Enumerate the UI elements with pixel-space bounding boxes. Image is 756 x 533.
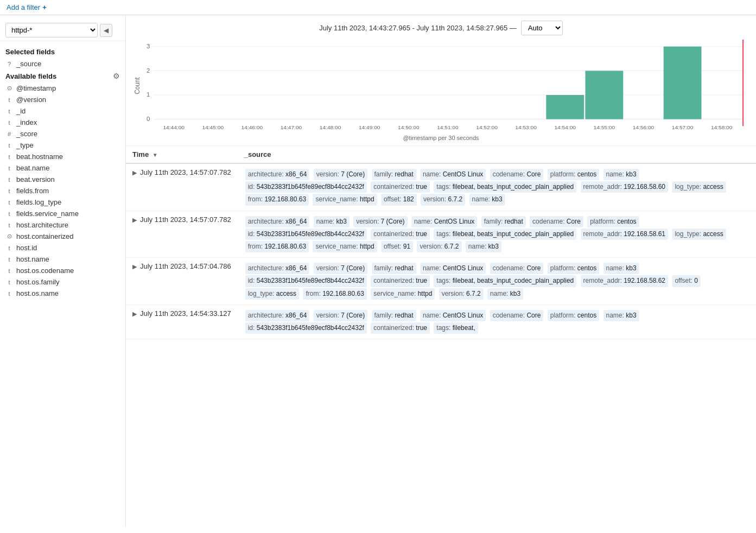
available-field-item[interactable]: tfields.service_name [0,208,125,219]
field-type-icon: ⊙ [5,233,13,240]
selected-fields-item[interactable]: ? _source [0,58,125,69]
add-filter-link[interactable]: Add a filter + [7,3,47,11]
field-name-label: fields.from [16,187,49,195]
field-name-label: beat.version [16,175,55,183]
field-name-label: @version [16,96,46,104]
field-tag: offset: 182 [381,194,417,205]
field-tag: codename: Core [490,169,544,180]
field-tag: tags: filebeat, [434,322,478,334]
available-field-item[interactable]: tfields.from [0,185,125,196]
field-tag: codename: Core [530,216,583,227]
results-tbody: ▶July 11th 2023, 14:57:07.782architectur… [126,163,756,339]
field-tag: name: kb3 [466,241,501,252]
field-name-label: _type [16,141,34,149]
svg-rect-10 [546,95,584,119]
available-field-item[interactable]: thost.os.name [0,288,125,299]
source-column-header: _source [238,146,756,163]
gear-icon[interactable]: ⚙ [113,72,120,80]
field-name-label: _id [16,107,26,115]
field-tag: containerized: true [371,229,430,240]
svg-text:14:53:00: 14:53:00 [515,124,537,130]
field-tag: platform: centos [587,216,639,227]
field-tag: version: 6.7.2 [417,241,461,252]
field-tag: architecture: x86_64 [245,310,310,321]
collapse-sidebar-button[interactable]: ◀ [100,24,112,37]
available-field-item[interactable]: tbeat.name [0,162,125,174]
svg-rect-12 [664,47,702,119]
sidebar: httpd-* ◀ Selected fields ? _source Avai… [0,15,126,528]
add-filter-label: Add a filter [7,3,40,11]
expand-row-button[interactable]: ▶ [132,310,137,317]
field-type-icon: t [5,245,13,251]
table-row: ▶July 11th 2023, 14:57:07.782architectur… [126,163,756,211]
time-cell: ▶July 11th 2023, 14:57:04.786 [126,258,238,305]
available-field-item[interactable]: ⊙host.containerized [0,231,125,242]
field-tag: name: kb3 [487,288,523,300]
svg-text:Count: Count [135,77,141,94]
available-field-item[interactable]: tfields.log_type [0,196,125,208]
index-pattern-select[interactable]: httpd-* [5,23,98,37]
selected-field-type: ? [5,61,13,67]
field-tag: version: 7 (Core) [314,169,367,180]
field-name-label: _index [16,118,37,126]
field-tag: architecture: x86_64 [245,216,310,227]
field-tag: log_type: access [245,288,299,300]
available-field-item[interactable]: tbeat.hostname [0,151,125,162]
field-tag: family: redhat [481,216,526,227]
field-tag: name: CentOS Linux [411,216,477,227]
svg-rect-11 [585,71,623,119]
field-tag: architecture: x86_64 [245,263,310,274]
field-tag: service_name: httpd [313,194,377,205]
field-tag: offset: 91 [381,241,413,252]
field-tag: id: 543b2383f1b645fe89ecf8b44cc2432f [245,322,367,334]
table-row: ▶July 11th 2023, 14:57:07.782architectur… [126,211,756,258]
available-field-item[interactable]: tbeat.version [0,174,125,185]
field-tag: containerized: true [371,181,430,193]
field-type-icon: t [5,165,13,172]
field-name-label: host.name [16,255,49,263]
field-type-icon: t [5,176,13,183]
expand-row-button[interactable]: ▶ [132,217,137,223]
svg-text:14:56:00: 14:56:00 [633,124,655,130]
available-field-item[interactable]: thost.id [0,242,125,253]
field-tag: tags: filebeat, beats_input_codec_plain_… [434,275,576,287]
chart-area: July 11th 2023, 14:43:27.965 - July 11th… [126,15,756,146]
field-name-label: host.os.family [16,278,59,286]
available-field-item[interactable]: thost.name [0,253,125,265]
field-name-label: host.id [16,244,37,252]
available-field-item[interactable]: thost.os.codename [0,265,125,276]
field-tag: platform: centos [548,263,599,274]
field-type-icon: t [5,268,13,274]
results-area[interactable]: Time ▼ _source ▶July 11th 2023, 14:57:07… [126,146,756,528]
available-field-item[interactable]: t_index [0,117,125,128]
results-table: Time ▼ _source ▶July 11th 2023, 14:57:07… [126,146,756,339]
expand-row-button[interactable]: ▶ [132,263,137,270]
svg-text:3: 3 [147,43,150,49]
field-type-icon: # [5,131,13,137]
field-tag: containerized: true [371,322,430,334]
chart-svg: Count 3 2 1 0 14:44:0014:45:0014:46:0014… [135,40,747,132]
field-tag: codename: Core [490,263,544,274]
field-name-label: host.architecture [16,221,68,229]
svg-text:14:55:00: 14:55:00 [594,124,615,130]
available-field-item[interactable]: ⊙@timestamp [0,83,125,94]
svg-text:14:48:00: 14:48:00 [320,124,341,130]
available-field-item[interactable]: thost.os.family [0,276,125,288]
time-cell: ▶July 11th 2023, 14:57:07.782 [126,211,238,258]
available-field-item[interactable]: #_score [0,128,125,139]
expand-row-button[interactable]: ▶ [132,169,137,176]
time-range-text: July 11th 2023, 14:43:27.965 - July 11th… [319,24,517,32]
available-field-item[interactable]: thost.architecture [0,219,125,231]
field-tag: family: redhat [372,169,416,180]
available-field-item[interactable]: t_type [0,139,125,151]
field-tag: version: 7 (Core) [353,216,407,227]
available-field-item[interactable]: t@version [0,94,125,105]
field-name-label: _score [16,130,37,138]
field-tag: version: 6.7.2 [421,194,465,205]
available-field-item[interactable]: t_id [0,105,125,117]
svg-text:14:57:00: 14:57:00 [672,124,694,130]
field-tag: platform: centos [548,169,599,180]
auto-select[interactable]: Auto [521,21,563,35]
add-filter-plus-icon: + [42,3,47,11]
time-column-header[interactable]: Time ▼ [126,146,238,163]
